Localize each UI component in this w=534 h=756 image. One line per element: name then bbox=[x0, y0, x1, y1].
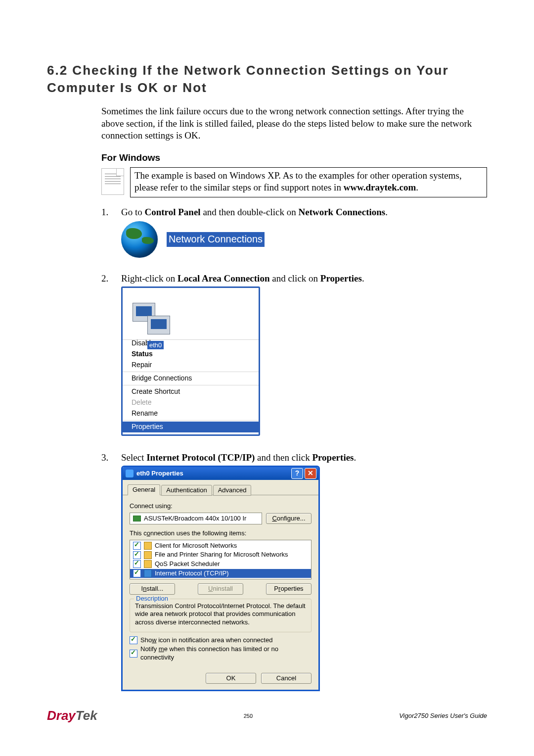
notify-row[interactable]: Notify me when this connection has limit… bbox=[130, 645, 312, 662]
checkbox-icon[interactable] bbox=[133, 542, 141, 550]
connect-using-label: Connect using: bbox=[130, 502, 312, 511]
step-2-text-a: Right-click on bbox=[121, 273, 178, 284]
globe-icon bbox=[121, 221, 158, 258]
intro-paragraph: Sometimes the link failure occurs due to… bbox=[101, 105, 487, 142]
item-file-print-label: File and Printer Sharing for Microsoft N… bbox=[155, 551, 288, 559]
menu-item-repair[interactable]: Repair bbox=[123, 360, 259, 371]
menu-item-rename[interactable]: Rename bbox=[123, 408, 259, 419]
note-after: . bbox=[416, 182, 418, 192]
description-text: Transmission Control Protocol/Internet P… bbox=[135, 602, 306, 627]
tab-general[interactable]: General bbox=[128, 484, 160, 496]
notify-label: Notify me when this connection has limit… bbox=[140, 645, 312, 662]
menu-item-disable[interactable]: Disable bbox=[123, 338, 259, 349]
step-3-text-b: and then click bbox=[255, 452, 312, 463]
page-number: 250 bbox=[97, 713, 399, 719]
figure-network-connections-icon: Network Connections bbox=[121, 221, 487, 258]
note-box: The example is based on Windows XP. As t… bbox=[130, 167, 487, 197]
step-1-text-a: Go to bbox=[121, 207, 145, 217]
show-icon-label: Show icon in notification area when conn… bbox=[140, 636, 272, 645]
item-client-label: Client for Microsoft Networks bbox=[155, 542, 237, 550]
menu-item-status[interactable]: Status bbox=[123, 349, 259, 360]
item-client[interactable]: Client for Microsoft Networks bbox=[130, 541, 311, 551]
figure-context-menu: eth0 Disable Status Repair Bridge Connec… bbox=[121, 286, 260, 435]
network-connections-label: Network Connections bbox=[167, 232, 265, 247]
logo-tek: Tek bbox=[76, 708, 97, 723]
menu-item-properties[interactable]: Properties bbox=[123, 422, 259, 432]
dialog-title: eth0 Properties bbox=[136, 470, 183, 478]
checkbox-icon[interactable] bbox=[130, 650, 137, 658]
eth0-label: eth0 bbox=[147, 341, 164, 349]
step-2-bold-b: Properties bbox=[320, 273, 362, 284]
menu-item-shortcut[interactable]: Create Shortcut bbox=[123, 386, 259, 397]
item-tcpip-label: Internet Protocol (TCP/IP) bbox=[155, 569, 229, 578]
guide-title: Vigor2750 Series User's Guide bbox=[399, 712, 487, 719]
adapter-field[interactable]: ASUSTeK/Broadcom 440x 10/100 Ir bbox=[130, 513, 262, 524]
logo-dray: Dray bbox=[47, 708, 76, 723]
service-icon bbox=[144, 551, 152, 559]
properties-button[interactable]: Properties bbox=[266, 583, 312, 595]
step-3-number: 3. bbox=[101, 452, 121, 692]
menu-item-delete: Delete bbox=[123, 397, 259, 408]
service-icon bbox=[144, 560, 152, 568]
description-legend: Description bbox=[134, 595, 170, 603]
step-2-text-c: . bbox=[362, 273, 364, 284]
figure-eth0-properties-dialog: eth0 Properties ? ✕ General Authenticati… bbox=[121, 466, 320, 691]
page-footer: DrayTek 250 Vigor2750 Series User's Guid… bbox=[47, 708, 487, 723]
step-2-bold-a: Local Area Connection bbox=[178, 273, 269, 284]
step-1: 1. Go to Control Panel and then double-c… bbox=[101, 206, 487, 267]
item-tcpip[interactable]: Internet Protocol (TCP/IP) bbox=[130, 569, 311, 578]
description-group: Description Transmission Control Protoco… bbox=[130, 599, 312, 632]
step-3-bold-b: Properties bbox=[312, 452, 354, 463]
step-3-text-a: Select bbox=[121, 452, 146, 463]
step-3-text-c: . bbox=[354, 452, 356, 463]
protocol-icon bbox=[144, 569, 152, 577]
item-qos-label: QoS Packet Scheduler bbox=[155, 560, 220, 568]
uses-items-label: This connection uses the following items… bbox=[130, 529, 312, 538]
checkbox-icon[interactable] bbox=[133, 551, 141, 559]
lan-connection-icon bbox=[133, 303, 172, 337]
subheading-for-windows: For Windows bbox=[101, 152, 487, 163]
checkbox-icon[interactable] bbox=[133, 569, 141, 577]
item-qos[interactable]: QoS Packet Scheduler bbox=[130, 560, 311, 569]
adapter-name: ASUSTeK/Broadcom 440x 10/100 Ir bbox=[144, 515, 246, 523]
step-1-bold-a: Control Panel bbox=[145, 207, 201, 217]
install-button[interactable]: Install... bbox=[130, 583, 175, 595]
section-heading: 6.2 Checking If the Network Connection S… bbox=[47, 62, 487, 96]
dialog-titlebar[interactable]: eth0 Properties ? ✕ bbox=[123, 467, 318, 480]
close-button[interactable]: ✕ bbox=[305, 468, 316, 479]
cancel-button[interactable]: Cancel bbox=[261, 673, 312, 684]
item-file-print[interactable]: File and Printer Sharing for Microsoft N… bbox=[130, 550, 311, 560]
step-3: 3. Select Internet Protocol (TCP/IP) and… bbox=[101, 452, 487, 692]
tab-authentication[interactable]: Authentication bbox=[161, 485, 212, 496]
step-3-bold-a: Internet Protocol (TCP/IP) bbox=[146, 452, 255, 463]
items-listbox[interactable]: Client for Microsoft Networks File and P… bbox=[130, 540, 312, 580]
step-2-text-b: and click on bbox=[269, 273, 320, 284]
note-document-icon bbox=[101, 168, 124, 195]
service-icon bbox=[144, 542, 152, 550]
configure-button[interactable]: Configure... bbox=[266, 513, 312, 524]
help-button[interactable]: ? bbox=[291, 468, 303, 479]
uninstall-button: Uninstall bbox=[198, 583, 243, 595]
context-menu: Disable Status Repair Bridge Connections… bbox=[123, 336, 259, 434]
connection-icon bbox=[126, 470, 134, 477]
nic-icon bbox=[133, 516, 141, 521]
tab-advanced[interactable]: Advanced bbox=[213, 485, 252, 496]
menu-item-bridge[interactable]: Bridge Connections bbox=[123, 373, 259, 384]
step-1-bold-b: Network Connections bbox=[298, 207, 385, 217]
checkbox-icon[interactable] bbox=[130, 636, 137, 644]
step-1-number: 1. bbox=[101, 206, 121, 267]
show-icon-row[interactable]: Show icon in notification area when conn… bbox=[130, 636, 312, 645]
step-2-number: 2. bbox=[101, 273, 121, 445]
step-1-text-c: . bbox=[385, 207, 388, 217]
step-1-text-b: and then double-click on bbox=[201, 207, 299, 217]
note-link: www.draytek.com bbox=[344, 182, 416, 192]
step-2: 2. Right-click on Local Area Connection … bbox=[101, 273, 487, 445]
ok-button[interactable]: OK bbox=[206, 673, 256, 684]
checkbox-icon[interactable] bbox=[133, 560, 141, 568]
